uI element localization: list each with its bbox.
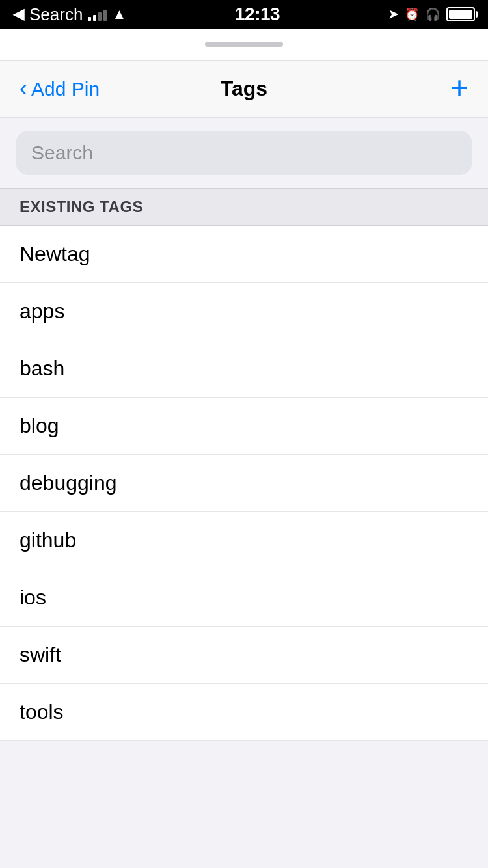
location-icon: ➤ [388,7,398,21]
page-title: Tags [221,77,267,101]
search-input[interactable] [31,142,457,164]
status-left: ◀ Search ▲ [13,5,126,25]
tag-label: ios [20,586,46,610]
back-button[interactable]: ‹ Add Pin [20,78,100,100]
carrier-label: Search [29,5,83,25]
tag-label: blog [20,414,59,438]
tag-label: Newtag [20,242,90,266]
tag-list-item[interactable]: github [0,512,488,569]
back-label: Add Pin [31,78,100,100]
section-header-label: EXISTING TAGS [20,198,143,215]
top-bar [0,29,488,61]
existing-tags-section-header: EXISTING TAGS [0,188,488,226]
tag-label: swift [20,643,61,667]
tag-label: bash [20,357,64,381]
battery-icon [446,7,475,21]
chevron-left-icon: ‹ [20,77,27,100]
tags-list: Newtagappsbashblogdebugginggithubiosswif… [0,226,488,741]
tag-list-item[interactable]: debugging [0,455,488,512]
tag-list-item[interactable]: apps [0,283,488,340]
scroll-indicator [205,42,283,47]
tag-list-item[interactable]: ios [0,569,488,627]
add-tag-button[interactable]: + [450,72,468,103]
tag-list-item[interactable]: swift [0,627,488,684]
status-right: ➤ ⏰ 🎧 [388,7,475,21]
back-arrow-icon: ◀ [13,6,24,23]
tag-label: apps [20,299,64,323]
headphones-icon: 🎧 [426,7,440,21]
tag-label: github [20,528,76,552]
alarm-icon: ⏰ [405,7,419,21]
tag-list-item[interactable]: blog [0,398,488,455]
search-container [0,118,488,188]
search-input-wrapper [16,131,472,175]
tag-list-item[interactable]: tools [0,684,488,741]
tag-label: tools [20,700,64,724]
status-bar: ◀ Search ▲ 12:13 ➤ ⏰ 🎧 [0,0,488,29]
status-time: 12:13 [235,4,280,25]
tag-list-item[interactable]: Newtag [0,226,488,283]
tag-list-item[interactable]: bash [0,340,488,398]
signal-bars-icon [88,8,107,21]
navigation-bar: ‹ Add Pin Tags + [0,61,488,118]
tag-label: debugging [20,471,116,495]
wifi-icon: ▲ [112,6,126,23]
